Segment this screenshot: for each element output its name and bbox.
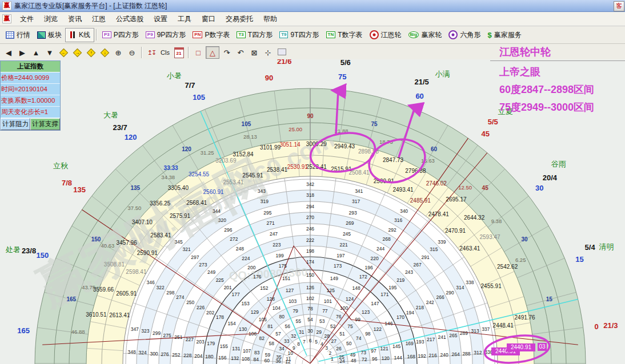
dollar-icon: $ [487,31,491,39]
toolbar-9t-square-button[interactable]: T99T四方形 [276,29,322,42]
svg-text:298: 298 [166,290,174,296]
svg-text:72: 72 [362,357,367,362]
svg-text:7/8: 7/8 [62,179,72,187]
svg-text:288: 288 [462,351,470,357]
svg-text:3559.66: 3559.66 [93,286,114,293]
menu-item-0[interactable]: 文件 [15,13,39,25]
svg-text:227: 227 [186,337,194,342]
toolbar-kline-button[interactable]: K线 [65,28,94,42]
step-down-icon[interactable]: ↓ [98,47,111,58]
calendar-icon[interactable]: 21 [173,47,185,58]
svg-text:299: 299 [153,330,161,336]
toolbar-sectors-button[interactable]: 板块 [34,29,65,42]
calc-support-button[interactable]: 计算支撑 [30,118,60,130]
toolbar-label: 赢家轮 [421,30,442,40]
triangle-tool-icon[interactable]: △ [206,46,219,59]
svg-text:76: 76 [336,314,342,319]
svg-text:315: 315 [430,246,438,252]
svg-text:21/3: 21/3 [603,321,618,330]
separator [188,47,189,58]
rotate-down-icon[interactable]: ▼ [43,47,56,58]
svg-text:4: 4 [320,341,323,347]
svg-text:146: 146 [384,321,392,326]
step-left-icon[interactable]: ← [57,47,70,58]
scroll-left-icon[interactable]: ◀ [2,47,15,58]
svg-text:49: 49 [350,352,356,358]
shift-axis-icon[interactable]: ↥↧ [145,47,158,58]
rotate-up-icon[interactable]: ▲ [30,47,42,58]
panel-title: 上证指数 [1,61,60,72]
menu-item-3[interactable]: 江恩 [87,13,111,25]
svg-text:33: 33 [284,338,290,344]
rotate-ccw-icon[interactable]: ↶ [234,47,247,58]
svg-text:154: 154 [227,321,235,326]
zoom-in-icon[interactable]: ⊕ [112,47,125,58]
svg-text:03: 03 [539,343,546,350]
svg-text:50: 50 [346,341,352,346]
svg-text:96: 96 [372,356,378,362]
annotation-title: 江恩轮中轮 [490,45,625,61]
toolbar-9p-square-button[interactable]: P99P四方形 [142,29,189,42]
svg-text:2440.91: 2440.91 [511,344,532,350]
step-right-icon[interactable]: → [71,47,83,58]
svg-text:165: 165 [17,326,30,335]
toolbar-p-number-table-button[interactable]: PNP数字表 [189,29,233,42]
svg-text:268: 268 [383,236,391,242]
svg-text:83: 83 [254,350,260,355]
svg-text:2560.91: 2560.91 [203,189,225,195]
svg-text:200: 200 [247,265,255,270]
menu-item-4[interactable]: 公式选股 [111,13,149,25]
svg-text:32: 32 [291,333,297,339]
svg-text:45: 45 [482,185,489,191]
svg-text:53: 53 [319,318,325,324]
toolbar-winner-wheel-button[interactable]: Big赢家轮 [405,29,446,42]
svg-text:123: 123 [362,309,370,315]
scroll-right-icon[interactable]: ▶ [16,47,29,58]
menu-item-7[interactable]: 窗口 [197,13,221,25]
menu-item-9[interactable]: 帮助 [258,13,282,25]
menu-item-2[interactable]: 资讯 [63,13,87,25]
app-icon: 赢 [2,1,11,10]
svg-text:242: 242 [426,300,434,305]
svg-text:2455.91: 2455.91 [481,283,502,289]
toolbar-t-number-table-button[interactable]: TNT数字表 [323,29,366,42]
indicator-row-1: 时间=20190104 [1,84,60,95]
badge-icon: P9 [146,31,155,38]
svg-text:2470.91: 2470.91 [445,228,466,234]
cls-icon[interactable]: Cls [159,47,171,58]
rotate-cw-icon[interactable]: ↷ [221,47,233,58]
menu-item-1[interactable]: 浏览 [39,13,63,25]
rect-tool-icon[interactable]: □ [192,47,205,58]
svg-text:314: 314 [456,285,464,290]
menu-item-8[interactable]: 交易委托 [221,13,258,25]
svg-text:150: 150 [306,272,314,278]
toolbar-gann-wheel-button[interactable]: 江恩轮 [366,29,405,42]
svg-text:3101.99: 3101.99 [260,144,281,151]
svg-text:清明: 清明 [599,242,614,251]
menu-item-6[interactable]: 工具 [173,13,197,25]
svg-text:148: 148 [352,285,360,291]
svg-text:105: 105 [259,317,267,322]
svg-text:321: 321 [182,246,190,252]
step-up-icon[interactable]: ↑ [85,47,97,58]
fit-screen-icon[interactable]: ⊹ [262,47,274,58]
customer-service-button[interactable]: 客 [614,1,624,11]
badge-icon: T3 [237,31,245,38]
menu-item-5[interactable]: 设置 [149,13,173,25]
svg-text:34: 34 [279,346,285,351]
separator [141,47,142,58]
delete-box-icon[interactable]: ⊠ [248,47,261,58]
svg-text:150: 150 [37,251,49,260]
calc-resistance-button[interactable]: 计算阻力 [1,118,30,130]
toolbar-winner-service-button[interactable]: $赢家服务 [484,29,524,42]
presentation-icon[interactable] [275,47,288,58]
toolbar-quotes-button[interactable]: 行情 [2,29,34,42]
svg-text:121: 121 [380,346,388,351]
toolbar-hexagon-button[interactable]: 六角形 [445,29,484,42]
svg-text:3051.14: 3051.14 [279,141,301,148]
zoom-out-icon[interactable]: ⊖ [126,47,138,58]
svg-text:246: 246 [306,226,314,232]
toolbar-p-square-button[interactable]: P3P四方形 [99,29,142,42]
window-title-bar: 赢 赢家江恩专业版[赢家服务平台] - [上证指数 江恩轮] 客 [0,0,625,12]
toolbar-t-square-button[interactable]: T3T四方形 [233,29,276,42]
